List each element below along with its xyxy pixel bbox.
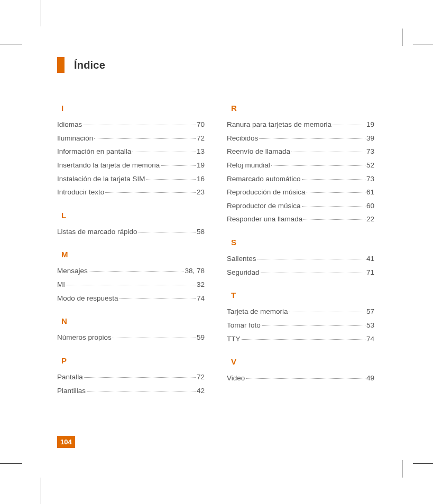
index-term: Introducir texto xyxy=(57,185,104,199)
index-page-ref: 52 xyxy=(366,158,374,172)
index-page-ref: 61 xyxy=(366,185,374,199)
index-term: Listas de marcado rápido xyxy=(57,225,137,239)
dot-leader xyxy=(132,152,196,152)
index-page-ref: 39 xyxy=(366,132,374,145)
index-entry: Iluminación72 xyxy=(57,132,205,145)
index-page-ref: 41 xyxy=(366,252,374,266)
index-page-ref: 23 xyxy=(197,185,205,199)
dot-leader xyxy=(303,219,365,220)
index-section: NNúmeros propios59 xyxy=(57,316,205,344)
index-term: Mensajes xyxy=(57,264,88,278)
dot-leader xyxy=(66,285,196,285)
index-page-ref: 19 xyxy=(366,118,374,132)
index-term: Salientes xyxy=(227,252,256,266)
index-entry: Tomar foto53 xyxy=(227,319,374,332)
index-entry: Listas de marcado rápido58 xyxy=(57,225,205,239)
dot-leader xyxy=(89,271,184,272)
index-term: Recibidos xyxy=(227,132,258,145)
dot-leader xyxy=(161,165,196,166)
index-term: Ranura para tarjetas de memoria xyxy=(227,118,331,132)
index-section: SSalientes41Seguridad71 xyxy=(227,238,374,279)
index-entry: Remarcado automático73 xyxy=(227,172,374,186)
section-letter: P xyxy=(61,356,205,365)
index-section: IIdiomas70Iluminación72Información en pa… xyxy=(57,104,205,199)
index-term: Iluminación xyxy=(57,132,93,145)
index-entry: Reenvío de llamada73 xyxy=(227,145,374,158)
index-page-ref: 60 xyxy=(366,199,374,213)
index-section: RRanura para tarjetas de memoria19Recibi… xyxy=(227,104,374,226)
index-term: Modo de respuesta xyxy=(57,292,118,305)
section-letter: N xyxy=(61,316,205,325)
index-entry: Seguridad71 xyxy=(227,266,374,279)
header-accent-block xyxy=(57,57,65,73)
index-section: TTarjeta de memoria57Tomar foto53TTY74 xyxy=(227,291,374,346)
index-entry: Salientes41 xyxy=(227,252,374,266)
index-section: MMensajes38, 78MI32Modo de respuesta74 xyxy=(57,250,205,305)
dot-leader xyxy=(289,312,365,312)
dot-leader xyxy=(119,298,196,299)
index-term: Video xyxy=(227,371,245,385)
index-term: TTY xyxy=(227,332,241,346)
index-term: Tomar foto xyxy=(227,319,261,332)
crop-mark xyxy=(0,44,22,44)
index-term: Reloj mundial xyxy=(227,158,270,172)
index-entry: Instalación de la tarjeta SIM16 xyxy=(57,172,205,186)
dot-leader xyxy=(146,179,196,180)
index-entry: Modo de respuesta74 xyxy=(57,292,205,305)
crop-mark xyxy=(0,463,22,464)
index-entry: Introducir texto23 xyxy=(57,185,205,199)
dot-leader xyxy=(257,259,365,259)
section-letter: V xyxy=(231,357,374,366)
dot-leader xyxy=(246,378,365,379)
dot-leader xyxy=(242,339,365,340)
crop-mark xyxy=(413,44,433,44)
index-page-ref: 59 xyxy=(197,331,205,344)
index-term: Información en pantalla xyxy=(57,145,131,158)
index-page-ref: 74 xyxy=(366,332,374,346)
crop-mark xyxy=(402,29,403,46)
crop-mark xyxy=(41,478,41,504)
index-page-ref: 72 xyxy=(197,132,205,145)
index-page-ref: 71 xyxy=(366,266,374,279)
dot-leader xyxy=(302,179,365,180)
index-entry: Plantillas42 xyxy=(57,384,205,398)
index-term: Instalación de la tarjeta SIM xyxy=(57,172,145,186)
dot-leader xyxy=(307,192,365,193)
page-title: Índice xyxy=(74,59,105,71)
section-letter: M xyxy=(61,250,205,259)
dot-leader xyxy=(302,206,365,207)
index-section: VVideo49 xyxy=(227,357,374,385)
page-number: 104 xyxy=(57,436,75,448)
dot-leader xyxy=(259,138,365,139)
index-page-ref: 22 xyxy=(366,212,374,226)
index-column: RRanura para tarjetas de memoria19Recibi… xyxy=(227,104,374,397)
section-letter: T xyxy=(231,291,374,300)
index-term: Responder una llamada xyxy=(227,212,302,226)
index-entry: Tarjeta de memoria57 xyxy=(227,305,374,319)
index-entry: Reproducción de música61 xyxy=(227,185,374,199)
dot-leader xyxy=(105,192,196,193)
dot-leader xyxy=(94,138,196,139)
page-content: Índice IIdiomas70Iluminación72Informació… xyxy=(57,57,374,397)
index-entry: Números propios59 xyxy=(57,331,205,344)
index-page-ref: 49 xyxy=(366,371,374,385)
index-term: Tarjeta de memoria xyxy=(227,305,288,319)
crop-mark xyxy=(413,463,433,464)
index-entry: MI32 xyxy=(57,278,205,292)
index-term: Insertando la tarjeta de memoria xyxy=(57,158,160,172)
index-page-ref: 53 xyxy=(366,319,374,332)
index-page-ref: 16 xyxy=(197,172,205,186)
index-term: Reproducción de música xyxy=(227,185,306,199)
index-page-ref: 42 xyxy=(197,384,205,398)
index-page-ref: 58 xyxy=(197,225,205,239)
index-term: Plantillas xyxy=(57,384,86,398)
section-letter: L xyxy=(61,211,205,220)
dot-leader xyxy=(87,391,196,391)
dot-leader xyxy=(271,165,365,166)
index-entry: Recibidos39 xyxy=(227,132,374,145)
index-section: LListas de marcado rápido58 xyxy=(57,211,205,239)
index-term: Remarcado automático xyxy=(227,172,301,186)
crop-mark xyxy=(402,460,403,478)
index-page-ref: 74 xyxy=(197,292,205,305)
index-entry: Idiomas70 xyxy=(57,118,205,132)
